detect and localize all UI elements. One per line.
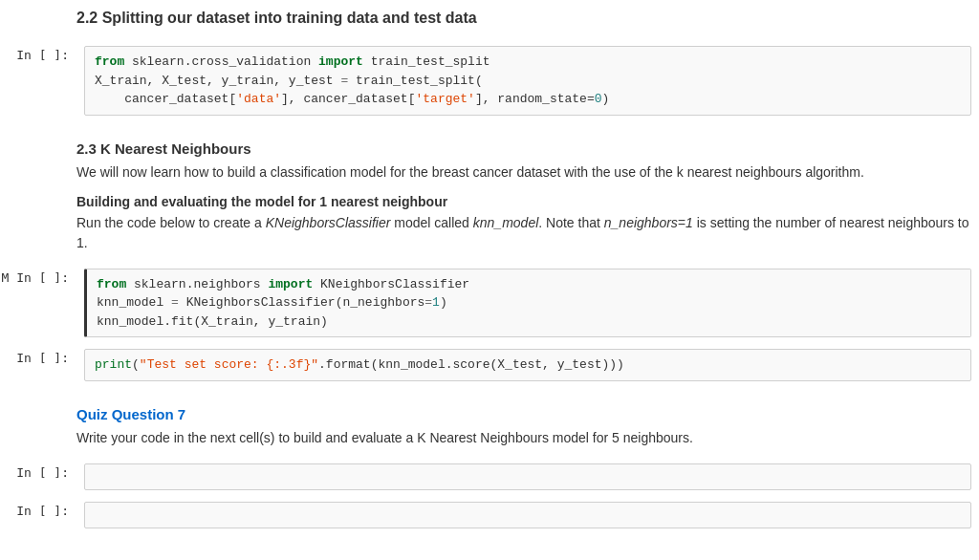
empty-code-box-2[interactable] [84, 502, 971, 528]
code-line-1: from sklearn.cross_validation import tra… [95, 53, 961, 72]
cell-1-label: In [ ]: [0, 42, 76, 62]
empty-cell-1-label: In [ ]: [0, 460, 76, 480]
op-eq-3: = [424, 295, 432, 310]
module-sklearn-neighbors: sklearn.neighbors [126, 277, 268, 291]
param-n: n_neighbors [342, 295, 424, 310]
empty-cell-2-label: In [ ]: [0, 498, 76, 518]
code-box-3[interactable]: print("Test set score: {:.3f}".format(kn… [84, 349, 971, 381]
op-eq-2: = [171, 295, 179, 310]
building-desc: Run the code below to create a KNeighbor… [76, 213, 971, 253]
section-title: 2.2 Splitting our dataset into training … [76, 10, 971, 27]
code-line-3-1: print("Test set score: {:.3f}".format(kn… [95, 355, 961, 375]
empty-cell-2-content[interactable] [76, 498, 979, 532]
empty-code-box-1[interactable] [84, 463, 971, 490]
close: ) [602, 92, 610, 106]
str-target: 'target' [415, 92, 474, 106]
close-2: ) [440, 295, 447, 310]
fn-knc-call: KNeighborsClassifier( [179, 295, 343, 310]
code-line-2-2: knn_model = KNeighborsClassifier(n_neigh… [97, 293, 961, 312]
quiz-section-row: Quiz Question 7 Write your code in the n… [0, 397, 979, 458]
fit-call: knn_model.fit(X_train, y_train) [97, 314, 328, 329]
builtin-print: print [95, 357, 132, 372]
format-call: .format(knn_model.score(X_test, y_test))… [318, 357, 624, 372]
cell-3-label: In [ ]: [0, 345, 76, 365]
cell-1-content[interactable]: from sklearn.cross_validation import tra… [76, 42, 979, 119]
code-line-2-3: knn_model.fit(X_train, y_train) [97, 312, 961, 332]
var-knn: knn_model [97, 295, 171, 310]
kw-import-2: import [268, 277, 313, 291]
section-title-cell: 2.2 Splitting our dataset into training … [76, 2, 979, 38]
str-data: 'data' [236, 92, 281, 106]
num-0: 0 [595, 92, 602, 106]
mid: ], cancer_dataset[ [281, 92, 415, 106]
code-line-3: cancer_dataset['data'], cancer_dataset['… [95, 90, 961, 109]
code-cell-2-row: M In [ ]: from sklearn.neighbors import … [0, 263, 979, 344]
module-sklearn-cv: sklearn.cross_validation [124, 54, 318, 69]
notebook: 2.2 Splitting our dataset into training … [0, 0, 979, 560]
empty-cell-2-row: In [ ]: [0, 496, 979, 534]
desc-mid: model called [390, 215, 472, 230]
kw-from: from [95, 54, 124, 69]
str-test-score: "Test set score: {:.3f}" [140, 357, 318, 372]
desc-pre: Run the code below to create a [76, 215, 266, 230]
desc-model: knn_model [473, 215, 539, 230]
knn-section-cell: 2.3 K Nearest Neighbours We will now lea… [76, 133, 979, 261]
code-box-1[interactable]: from sklearn.cross_validation import tra… [84, 46, 971, 116]
fn-call: train_test_split( [348, 74, 482, 88]
fn-knc: KNeighborsClassifier [313, 277, 469, 291]
indent: cancer_dataset[ [95, 92, 236, 106]
active-marker: M [2, 270, 17, 285]
empty-cell-1-row: In [ ]: [0, 458, 979, 496]
section-title-row: 2.2 Splitting our dataset into training … [0, 0, 979, 40]
empty-cell-1-content[interactable] [76, 460, 979, 494]
code-cell-1-row: In [ ]: from sklearn.cross_validation im… [0, 40, 979, 121]
cell-2-content[interactable]: from sklearn.neighbors import KNeighbors… [76, 265, 979, 342]
quiz-section-cell: Quiz Question 7 Write your code in the n… [76, 398, 979, 456]
code-box-2[interactable]: from sklearn.neighbors import KNeighbors… [84, 269, 971, 338]
desc-param: n_neighbors=1 [604, 215, 693, 230]
building-title: Building and evaluating the model for 1 … [76, 194, 971, 209]
quiz-desc: Write your code in the next cell(s) to b… [76, 428, 971, 448]
knn-title: 2.3 K Nearest Neighbours [76, 140, 971, 157]
kw-import: import [318, 54, 363, 69]
paren-open: ( [132, 357, 140, 372]
desc-mid2: . Note that [538, 215, 603, 230]
num-1: 1 [432, 295, 440, 310]
desc-class: KNeighborsClassifier [266, 215, 391, 230]
kw-from-2: from [97, 277, 126, 291]
cell-2-label: M In [ ]: [0, 265, 76, 285]
code-line-2-1: from sklearn.neighbors import KNeighbors… [97, 275, 961, 294]
fn-train-test-split: train_test_split [363, 54, 490, 69]
vars-assign: X_train, X_test, y_train, y_test [95, 74, 340, 88]
end: ], random_state= [475, 92, 595, 106]
code-line-2: X_train, X_test, y_train, y_test = train… [95, 72, 961, 91]
knn-intro-text: We will now learn how to build a classif… [76, 162, 971, 183]
knn-section-row: 2.3 K Nearest Neighbours We will now lea… [0, 131, 979, 263]
quiz-title: Quiz Question 7 [76, 406, 971, 422]
code-cell-3-row: In [ ]: print("Test set score: {:.3f}".f… [0, 343, 979, 387]
cell-3-content[interactable]: print("Test set score: {:.3f}".format(kn… [76, 345, 979, 385]
